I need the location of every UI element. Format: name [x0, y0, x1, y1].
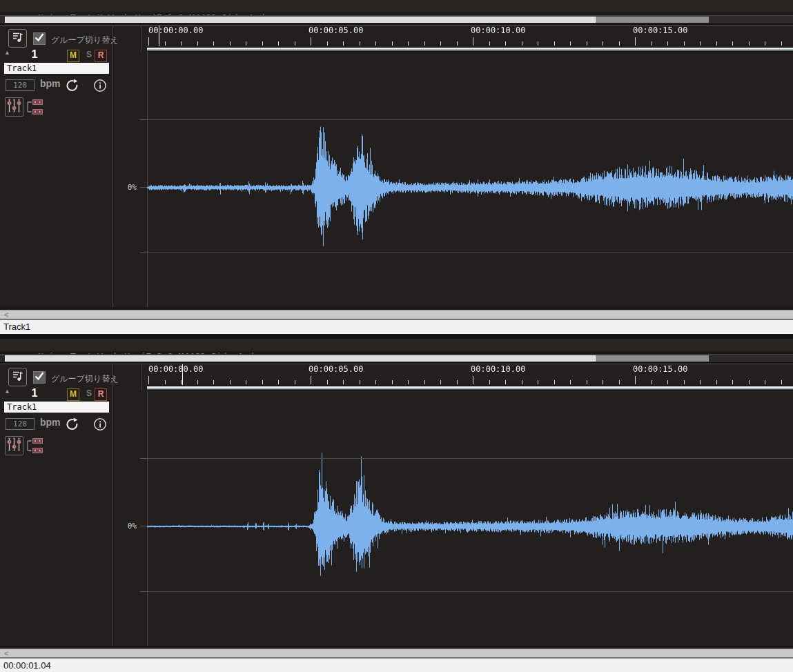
scroll-left-strip[interactable]: <: [0, 310, 793, 319]
track-number: 1: [26, 387, 43, 399]
scroll-left-chevron-icon[interactable]: <: [4, 649, 8, 658]
group-toggle-checkbox[interactable]: [33, 32, 46, 45]
note-list-button[interactable]: [8, 29, 27, 48]
check-icon: [34, 32, 45, 46]
title-bar: Noise Test NoWash Hori7.3.8 M44G8 Side A…: [0, 0, 793, 12]
track-number: 1: [26, 48, 43, 61]
routing-button[interactable]: [25, 437, 44, 454]
ruler-time-label: 00:00:05.00: [309, 364, 363, 374]
horizontal-scrollbar[interactable]: [0, 354, 793, 363]
overview-strip[interactable]: [147, 47, 793, 52]
track-name-field[interactable]: Track1: [4, 402, 109, 413]
info-icon: [92, 422, 108, 434]
title-bar: Noise Test Wash Hori7.3.8 M44G8 Side A.d…: [0, 339, 793, 351]
timeline-ruler[interactable]: [147, 364, 793, 385]
status-bar: Track1: [0, 319, 793, 334]
playhead: [182, 364, 183, 385]
timeline-ruler[interactable]: [147, 25, 793, 46]
level-tick: [140, 458, 147, 459]
zero-percent-label: 0%: [110, 522, 137, 531]
mixer-sliders-icon: [6, 436, 22, 455]
ruler-divider: [141, 25, 141, 52]
scroll-left-strip[interactable]: <: [0, 649, 793, 658]
level-tick: [140, 119, 147, 120]
ruler-time-label: 00:00:15.00: [633, 26, 687, 35]
info-button[interactable]: [92, 78, 108, 93]
bpm-field[interactable]: 120: [6, 79, 35, 91]
gridline-bottom: [147, 591, 793, 592]
ruler-time-label: 00:00:00.00: [148, 364, 203, 374]
status-bar-text: Track1: [3, 322, 30, 332]
refresh-icon: [65, 83, 80, 95]
refresh-icon: [65, 422, 80, 434]
group-toggle-checkbox[interactable]: [33, 371, 46, 384]
ruler-divider: [141, 364, 141, 391]
gridline-bottom: [147, 253, 793, 253]
collapse-arrow-icon[interactable]: ▲: [4, 49, 10, 56]
record-button[interactable]: R: [95, 50, 107, 62]
bpm-label: bpm: [40, 417, 61, 428]
solo-button[interactable]: S: [83, 50, 95, 62]
record-button[interactable]: R: [95, 388, 107, 401]
ruler-time-label: 00:00:15.00: [633, 364, 687, 374]
scrollbar-range[interactable]: [596, 17, 709, 23]
editor-window: Noise Test Wash Hori7.3.8 M44G8 Side A.d…: [0, 339, 793, 672]
waveform-canvas[interactable]: [147, 391, 793, 646]
check-icon: [34, 370, 45, 384]
level-tick: [140, 526, 147, 526]
overview-strip[interactable]: [147, 386, 793, 391]
status-bar: 00:00:01.04: [0, 658, 793, 672]
mixer-button[interactable]: [5, 436, 23, 455]
refresh-button[interactable]: [65, 417, 80, 432]
ruler-time-label: 00:00:00.00: [148, 26, 203, 35]
level-tick: [140, 591, 147, 592]
ruler-time-label: 00:00:10.00: [471, 26, 525, 35]
playhead: [159, 26, 159, 46]
gridline-top: [147, 119, 793, 120]
gridline-top: [147, 458, 793, 459]
solo-button[interactable]: S: [83, 388, 95, 401]
status-bar-text: 00:00:01.04: [3, 660, 51, 671]
note-list-button[interactable]: [8, 368, 27, 386]
collapse-arrow-icon[interactable]: ▲: [4, 388, 10, 395]
scrollbar-thumb[interactable]: [5, 17, 596, 23]
mixer-sliders-icon: [6, 97, 22, 117]
waveform-canvas[interactable]: [147, 52, 793, 307]
level-tick: [140, 253, 147, 253]
panel-divider: [112, 364, 113, 646]
editor-window: Noise Test NoWash Hori7.3.8 M44G8 Side A…: [0, 0, 793, 335]
panel-divider: [112, 25, 113, 307]
scrollbar-range[interactable]: [596, 355, 709, 362]
ruler-time-label: 00:00:05.00: [309, 26, 363, 35]
refresh-button[interactable]: [65, 78, 80, 93]
bpm-field[interactable]: 120: [6, 418, 35, 430]
scrollbar-thumb[interactable]: [5, 355, 596, 362]
group-toggle-label: グループ切り替え: [51, 373, 118, 385]
group-toggle-label: グループ切り替え: [51, 34, 118, 46]
music-note-icon: [11, 30, 24, 46]
mixer-button[interactable]: [5, 97, 23, 117]
info-icon: [92, 83, 108, 95]
routing-icon: [25, 444, 44, 456]
routing-icon: [25, 106, 44, 117]
zero-percent-label: 0%: [110, 183, 137, 192]
mute-button[interactable]: M: [67, 388, 79, 401]
ruler-time-label: 00:00:10.00: [471, 364, 525, 374]
level-tick: [140, 187, 147, 188]
info-button[interactable]: [92, 417, 108, 432]
scroll-left-chevron-icon[interactable]: <: [4, 310, 8, 319]
track-name-field[interactable]: Track1: [4, 63, 109, 74]
bpm-label: bpm: [40, 78, 61, 89]
music-note-icon: [11, 369, 24, 385]
routing-button[interactable]: [25, 99, 44, 115]
horizontal-scrollbar[interactable]: [0, 15, 793, 24]
mute-button[interactable]: M: [67, 50, 79, 62]
